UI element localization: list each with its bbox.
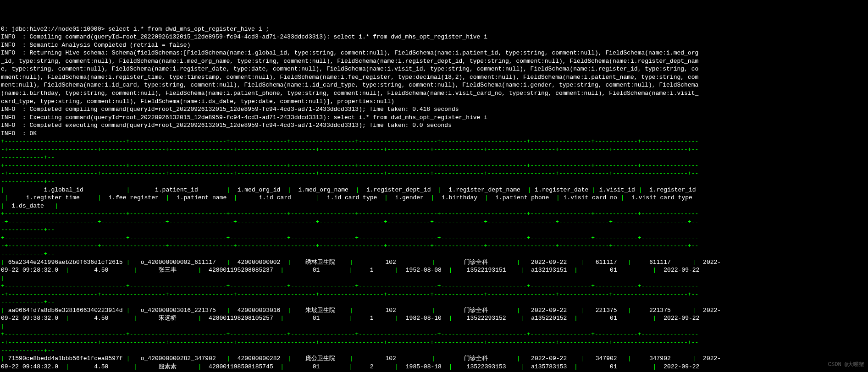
table-header-row: | i.register_time | i.fee_register | i.p… [1,194,699,201]
table-row: | [1,323,11,330]
info-line: mment:null), FieldSchema(name:i.register… [1,74,698,81]
table-row: | [1,275,11,282]
table-separator: +----------------------------------+----… [1,162,698,169]
info-line: INFO : Returning Hive schema: Schema(fie… [1,49,698,56]
table-separator: +----------------------------------+----… [1,331,698,338]
table-separator: ------------+-- [1,226,55,233]
table-separator: -+-------------------------+------------… [1,242,698,249]
table-separator: -+-------------------------+------------… [1,219,698,225]
table-row: | 65a2344e241996aeb2b0f636d1cf2615 | o_4… [1,259,721,266]
info-line: (name:i.birthday, type:string, comment:n… [1,90,698,97]
table-header-row: | i.ds_date | [1,202,66,209]
table-separator: ------------+-- [1,347,55,354]
table-separator: -+-------------------------+------------… [1,170,698,177]
table-separator: -+-------------------------+------------… [1,339,698,346]
watermark: CSDN @大嘴蟹 [828,361,864,368]
prompt-line[interactable]: 0: jdbc:hive2://node01:10000> select i.*… [1,26,269,33]
table-row: 09-22 09:28:32.0 | 4.50 | 张三丰 | 42800119… [1,267,707,274]
info-line: INFO : Completed compiling command(query… [1,106,459,113]
table-separator: ------------+-- [1,178,55,185]
table-separator: ------------+-- [1,251,55,257]
info-line: INFO : OK [1,130,37,137]
info-line: _id, type:string, comment:null), FieldSc… [1,58,698,65]
info-line: INFO : Compiling command(queryId=root_20… [1,33,487,40]
info-line: INFO : Executing command(queryId=root_20… [1,114,487,121]
table-separator: +----------------------------------+----… [1,283,698,290]
table-separator: ------------+-- [1,154,55,161]
table-row: 09-22 09:48:32.0 | 4.50 | 殷素素 | 42800119… [1,363,707,370]
table-separator: -+-------------------------+------------… [1,291,698,298]
table-separator: +----------------------------------+----… [1,235,698,241]
table-separator: +----------------------------------+----… [1,138,698,145]
table-separator: +----------------------------------+----… [1,210,698,217]
table-row: | aa0664fd7a8db6e3281666340223914d | o_4… [1,307,721,314]
info-line: e, type:string, comment:null), FieldSche… [1,66,698,72]
table-row: | 71590ce8bedd4a1bbb56fe1fcea0597f | o_4… [1,355,721,362]
info-line: INFO : Semantic Analysis Completed (retr… [1,42,190,49]
info-line: ment:null), FieldSchema(name:i.id_card, … [1,82,698,88]
terminal-output: 0: jdbc:hive2://node01:10000> select i.*… [1,25,867,372]
table-separator: ------------+-- [1,299,55,306]
table-row: 09-22 09:38:32.0 | 4.50 | 宋远桥 | 42800119… [1,315,707,322]
table-header-row: | i.global_id | i.patient_id | i.med_org… [1,186,699,193]
info-line: card_type, type:string, comment:null), F… [1,98,394,105]
info-line: INFO : Completed executing command(query… [1,122,452,129]
table-separator: -+-------------------------+------------… [1,146,698,153]
